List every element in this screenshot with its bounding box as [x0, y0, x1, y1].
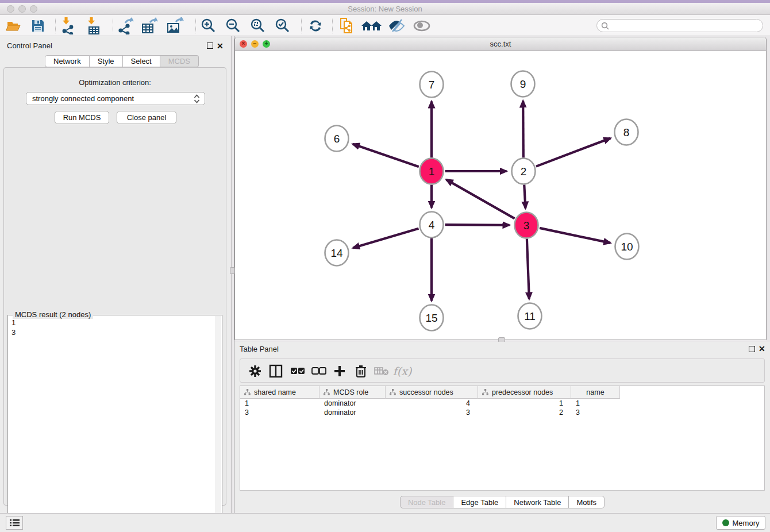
graph-edge-3-1[interactable]	[446, 180, 515, 219]
optimization-criterion-label: Optimization criterion:	[4, 78, 226, 87]
mcds-result-scrollbar[interactable]	[215, 316, 221, 530]
table-tab-node-table[interactable]: Node Table	[400, 496, 454, 508]
task-history-button[interactable]	[6, 516, 23, 530]
graph-node-label-3: 3	[523, 219, 530, 232]
table-cell: 3	[245, 408, 249, 417]
search-icon	[601, 22, 609, 30]
table-cell: 4	[386, 399, 470, 407]
control-panel: Control Panel ✕ NetworkStyleSelectMCDS O…	[0, 36, 230, 513]
hide-selected-icon[interactable]	[386, 17, 407, 35]
column-header-label: predecessor nodes	[492, 388, 553, 396]
criterion-select[interactable]: strongly connected component	[26, 92, 205, 105]
toolbar-separator	[301, 18, 302, 33]
graph-edge-2-3[interactable]	[524, 184, 525, 208]
graph-edges[interactable]	[353, 101, 611, 300]
column-header-MCDS-role[interactable]: MCDS role	[319, 386, 386, 399]
table-toolbar: f(x)	[240, 358, 765, 383]
control-panel-tabs: NetworkStyleSelectMCDS	[45, 55, 199, 67]
mcds-result-text[interactable]: 1 3	[11, 318, 16, 337]
node-table[interactable]: shared nameMCDS rolesuccessor nodesprede…	[240, 385, 765, 491]
export-network-icon[interactable]	[116, 17, 136, 35]
graph-node-label-11: 11	[524, 310, 536, 322]
zoom-fit-icon[interactable]	[248, 17, 268, 35]
graph-edge-4-14[interactable]	[353, 229, 418, 248]
application-window: Session: New Session	[0, 0, 770, 532]
mcds-result-box: MCDS result (2 nodes) 1 3	[7, 315, 222, 532]
control-tab-mcds[interactable]: MCDS	[160, 55, 199, 67]
table-panel-tabs: Node TableEdge TableNetwork TableMotifs	[234, 496, 770, 508]
table-tab-motifs[interactable]: Motifs	[569, 496, 605, 508]
graph-node-label-6: 6	[334, 133, 340, 145]
memory-button[interactable]: Memory	[716, 516, 765, 530]
column-type-icon	[244, 389, 251, 395]
graph-edge-4-3[interactable]	[445, 225, 509, 225]
column-header-predecessor-nodes[interactable]: predecessor nodes	[478, 386, 571, 399]
table-cell: 1	[245, 399, 249, 407]
close-table-panel-icon[interactable]: ✕	[759, 344, 765, 353]
toggle-column-view-icon[interactable]	[267, 362, 285, 380]
table-row[interactable]: 1dominator411	[240, 399, 764, 408]
column-header-shared-name[interactable]: shared name	[240, 386, 319, 399]
graph-node-label-7: 7	[429, 79, 435, 91]
open-session-icon[interactable]	[5, 17, 25, 35]
delete-table-icon[interactable]	[372, 362, 391, 380]
column-header-label: successor nodes	[399, 388, 453, 396]
graph-edge-3-10[interactable]	[540, 228, 610, 243]
save-session-icon[interactable]	[28, 17, 48, 35]
column-type-icon	[390, 389, 396, 395]
zoom-out-icon[interactable]	[223, 17, 244, 35]
clone-network-icon[interactable]	[337, 17, 357, 35]
zoom-in-icon[interactable]	[198, 17, 219, 35]
table-tab-edge-table[interactable]: Edge Table	[453, 496, 506, 508]
select-all-rows-icon[interactable]	[288, 362, 307, 380]
close-panel-button[interactable]: Close panel	[117, 111, 176, 124]
table-cell: dominator	[324, 399, 356, 407]
memory-status-icon	[722, 519, 729, 526]
table-cell: 3	[576, 408, 580, 417]
delete-column-icon[interactable]	[352, 362, 370, 380]
graph-edge-3-11[interactable]	[527, 238, 529, 299]
table-tab-network-table[interactable]: Network Table	[506, 496, 569, 508]
settings-gear-icon[interactable]	[246, 362, 264, 380]
import-network-icon[interactable]	[59, 17, 79, 35]
memory-label: Memory	[733, 519, 760, 527]
control-tab-select[interactable]: Select	[123, 55, 160, 67]
deselect-all-rows-icon[interactable]	[310, 362, 328, 380]
show-all-networks-icon[interactable]	[361, 17, 382, 35]
mcds-result-title: MCDS result (2 nodes)	[13, 310, 93, 319]
column-header-label: shared name	[254, 388, 296, 396]
graph-node-label-1: 1	[429, 165, 435, 178]
node-table-header: shared nameMCDS rolesuccessor nodesprede…	[240, 386, 620, 399]
column-type-icon	[482, 389, 488, 395]
network-graph-canvas[interactable]: 1234678910111415	[235, 51, 766, 340]
control-tab-network[interactable]: Network	[45, 55, 90, 67]
search-input[interactable]	[596, 19, 763, 32]
table-panel: Table Panel ✕	[234, 342, 770, 513]
float-table-panel-icon[interactable]	[749, 346, 755, 352]
column-header-label: MCDS role	[333, 388, 368, 396]
table-cell: 1	[478, 399, 563, 407]
show-hide-view-icon[interactable]	[411, 17, 432, 35]
column-header-successor-nodes[interactable]: successor nodes	[386, 386, 478, 399]
table-panel-title: Table Panel	[240, 345, 279, 353]
control-tab-style[interactable]: Style	[90, 55, 123, 67]
close-panel-icon[interactable]: ✕	[217, 41, 224, 51]
export-table-icon[interactable]	[140, 17, 160, 35]
title-bar: Session: New Session	[0, 3, 770, 15]
network-window-title: scc.txt	[235, 40, 766, 48]
export-image-icon[interactable]	[165, 17, 186, 35]
table-row[interactable]: 3dominator323	[240, 408, 764, 418]
add-column-icon[interactable]	[330, 362, 349, 380]
import-table-icon[interactable]	[84, 17, 105, 35]
column-header-name[interactable]: name	[571, 386, 620, 399]
window-title: Session: New Session	[0, 5, 770, 13]
apply-layout-icon[interactable]	[305, 17, 326, 35]
float-panel-icon[interactable]	[207, 43, 213, 49]
zoom-selected-icon[interactable]	[272, 17, 293, 35]
run-mcds-button[interactable]: Run MCDS	[55, 111, 109, 124]
network-window-titlebar[interactable]: × − + scc.txt	[235, 37, 766, 51]
graph-edge-2-9[interactable]	[523, 101, 523, 157]
graph-edge-2-8[interactable]	[536, 138, 610, 166]
table-cell: dominator	[324, 408, 356, 417]
graph-edge-1-6[interactable]	[353, 144, 419, 167]
